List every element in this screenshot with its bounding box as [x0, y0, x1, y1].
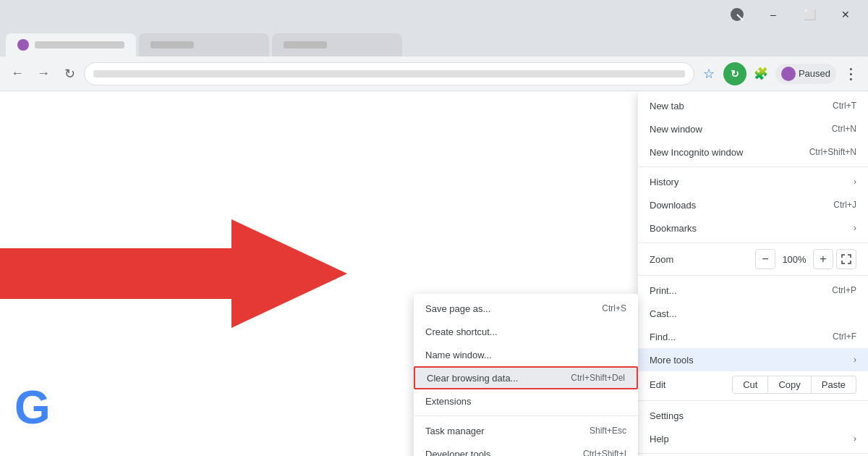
downloads-shortcut: Ctrl+J: [833, 200, 856, 210]
zoom-controls: − 100% +: [755, 249, 856, 269]
sub-menu-item-shortcut[interactable]: Create shortcut...: [414, 320, 638, 343]
sub-menu: Save page as... Ctrl+S Create shortcut..…: [414, 294, 638, 456]
main-content: G New tab Ctrl+T New window Ctrl+N New I…: [0, 91, 868, 456]
new-window-label: New window: [650, 124, 832, 135]
tab-favicon: [17, 39, 29, 51]
zoom-value: 100%: [778, 254, 810, 265]
sub-menu-item-clear-browsing[interactable]: Clear browsing data... Ctrl+Shift+Del: [414, 366, 638, 389]
svg-marker-1: [0, 219, 347, 328]
cut-button[interactable]: Cut: [732, 376, 768, 394]
active-tab[interactable]: [6, 33, 136, 56]
incognito-label: New Incognito window: [650, 147, 809, 158]
create-shortcut-label: Create shortcut...: [425, 326, 498, 337]
edit-label: Edit: [650, 379, 732, 390]
history-label: History: [650, 177, 854, 187]
separator-4: [638, 400, 868, 401]
menu-item-help[interactable]: Help ›: [638, 427, 868, 450]
title-bar: – ⬜ ✕: [0, 0, 868, 29]
new-window-shortcut: Ctrl+N: [832, 124, 856, 134]
task-manager-shortcut: Shift+Esc: [590, 426, 626, 436]
menu-item-more-tools[interactable]: More tools ›: [638, 348, 868, 371]
menu-item-print[interactable]: Print... Ctrl+P: [638, 279, 868, 302]
menu-item-history[interactable]: History ›: [638, 170, 868, 193]
downloads-label: Downloads: [650, 200, 833, 211]
new-tab-shortcut: Ctrl+T: [833, 101, 856, 111]
profile-icon[interactable]: [720, 3, 754, 26]
name-window-label: Name window...: [425, 350, 492, 360]
menu-item-bookmarks[interactable]: Bookmarks ›: [638, 216, 868, 240]
sub-separator-1: [414, 415, 638, 416]
task-manager-label: Task manager: [425, 426, 485, 436]
extensions-icon[interactable]: 🧩: [749, 62, 773, 85]
fullscreen-button[interactable]: [836, 249, 856, 269]
menu-item-new-tab[interactable]: New tab Ctrl+T: [638, 94, 868, 117]
zoom-in-button[interactable]: +: [813, 249, 833, 269]
save-page-shortcut: Ctrl+S: [602, 303, 626, 313]
zoom-out-button[interactable]: −: [755, 249, 775, 269]
paused-label: Paused: [799, 68, 830, 79]
clear-browsing-shortcut: Ctrl+Shift+Del: [571, 373, 625, 383]
maximize-button[interactable]: ⬜: [793, 3, 826, 26]
menu-item-find[interactable]: Find... Ctrl+F: [638, 325, 868, 348]
print-label: Print...: [650, 285, 832, 296]
find-label: Find...: [650, 332, 833, 342]
edit-buttons: Cut Copy Paste: [732, 376, 856, 394]
omnibox[interactable]: [84, 62, 694, 85]
toolbar-right: ☆ ↻ 🧩 Paused ⋮: [697, 62, 862, 85]
zoom-label: Zoom: [650, 254, 755, 265]
clear-browsing-label: Clear browsing data...: [427, 373, 518, 384]
chrome-menu-button[interactable]: ⋮: [839, 62, 862, 85]
forward-button[interactable]: →: [32, 62, 55, 85]
paste-button[interactable]: Paste: [812, 376, 856, 394]
bookmark-star-icon[interactable]: ☆: [697, 62, 720, 85]
tab-3-title: [284, 41, 327, 48]
extensions-label: Extensions: [425, 396, 472, 407]
toolbar: ← → ↻ ☆ ↻ 🧩 Paused ⋮: [0, 56, 868, 91]
sub-menu-item-extensions[interactable]: Extensions: [414, 389, 638, 413]
tab-2[interactable]: [139, 33, 269, 56]
cast-label: Cast...: [650, 308, 856, 319]
sub-menu-item-task-manager[interactable]: Task manager Shift+Esc: [414, 419, 638, 442]
profile-button[interactable]: Paused: [775, 64, 836, 84]
separator-1: [638, 166, 868, 167]
menu-item-incognito[interactable]: New Incognito window Ctrl+Shift+N: [638, 140, 868, 164]
back-button[interactable]: ←: [6, 62, 29, 85]
minimize-button[interactable]: –: [757, 3, 790, 26]
reload-extension-icon[interactable]: ↻: [723, 62, 746, 85]
sub-menu-item-save[interactable]: Save page as... Ctrl+S: [414, 297, 638, 320]
omnibox-text: [93, 70, 685, 77]
avatar: [781, 67, 796, 81]
save-page-label: Save page as...: [425, 303, 490, 314]
edit-row: Edit Cut Copy Paste: [638, 371, 868, 397]
arrow-container: [0, 208, 376, 339]
google-logo: G: [14, 381, 51, 434]
tab-2-title: [150, 41, 194, 48]
menu-item-settings[interactable]: Settings: [638, 404, 868, 427]
dev-tools-label: Developer tools: [425, 449, 490, 457]
print-shortcut: Ctrl+P: [832, 285, 856, 295]
tab-title: [35, 41, 124, 48]
incognito-shortcut: Ctrl+Shift+N: [809, 147, 856, 157]
sub-menu-item-dev-tools[interactable]: Developer tools Ctrl+Shift+I: [414, 442, 638, 456]
bookmarks-label: Bookmarks: [650, 223, 854, 234]
bookmarks-arrow-icon: ›: [854, 223, 856, 233]
help-arrow-icon: ›: [854, 434, 856, 444]
sub-menu-item-name-window[interactable]: Name window...: [414, 343, 638, 366]
separator-5: [638, 453, 868, 454]
tab-3[interactable]: [272, 33, 402, 56]
separator-2: [638, 242, 868, 243]
find-shortcut: Ctrl+F: [833, 332, 856, 342]
close-button[interactable]: ✕: [829, 3, 862, 26]
dev-tools-shortcut: Ctrl+Shift+I: [583, 449, 626, 456]
new-tab-label: New tab: [650, 101, 833, 111]
settings-label: Settings: [650, 410, 856, 421]
menu-item-downloads[interactable]: Downloads Ctrl+J: [638, 193, 868, 216]
separator-3: [638, 275, 868, 276]
copy-button[interactable]: Copy: [768, 376, 811, 394]
help-label: Help: [650, 434, 854, 444]
menu-item-cast[interactable]: Cast...: [638, 302, 868, 325]
chrome-menu: New tab Ctrl+T New window Ctrl+N New Inc…: [638, 91, 868, 456]
menu-item-new-window[interactable]: New window Ctrl+N: [638, 117, 868, 140]
reload-button[interactable]: ↻: [58, 62, 81, 85]
more-tools-label: More tools: [650, 355, 854, 366]
